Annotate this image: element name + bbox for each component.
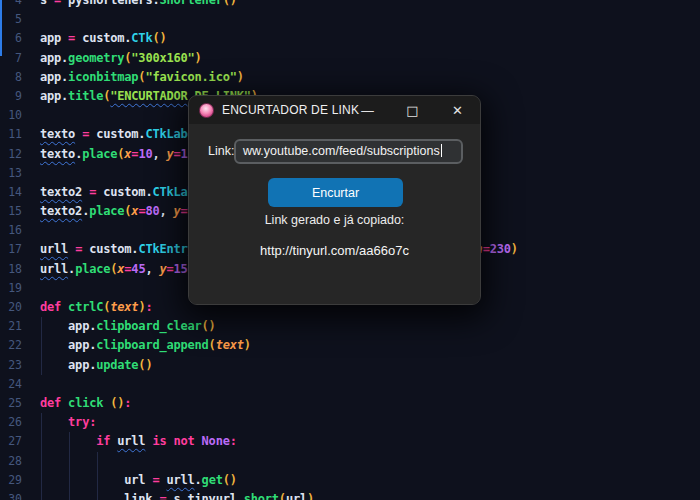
- close-icon[interactable]: ✕: [435, 96, 480, 124]
- window-titlebar[interactable]: ENCURTADOR DE LINK — □ ✕: [189, 96, 480, 124]
- indent-guide: [69, 452, 70, 471]
- indent-guide: [97, 452, 98, 471]
- line-number: 10: [0, 106, 22, 125]
- line-number: 17: [0, 240, 22, 259]
- link-row: Link: ww.youtube.com/feed/subscriptions: [189, 139, 480, 164]
- line-number: 5: [0, 10, 22, 29]
- line-number: 7: [0, 49, 22, 68]
- line-number: 11: [0, 125, 22, 144]
- code-line: 25def click ():: [0, 394, 700, 413]
- code-line: 24: [0, 375, 700, 394]
- line-number: 29: [0, 471, 22, 490]
- line-number: 20: [0, 298, 22, 317]
- line-number: 14: [0, 183, 22, 202]
- window-title: ENCURTADOR DE LINK: [222, 103, 359, 117]
- line-number: 18: [0, 260, 22, 279]
- line-number: 9: [0, 87, 22, 106]
- code-line: 30 link = s.tinyurl.short(url): [0, 490, 700, 500]
- result-caption: Link gerado e já copiado:: [189, 213, 480, 227]
- window-controls: — □ ✕: [345, 96, 480, 124]
- text-cursor: [441, 144, 443, 157]
- line-number: 16: [0, 221, 22, 240]
- line-number: 26: [0, 413, 22, 432]
- code-line: 21 app.clipboard_clear(): [0, 317, 700, 336]
- code-line: 22 app.clipboard_append(text): [0, 336, 700, 355]
- encurtar-button[interactable]: Encurtar: [268, 178, 403, 207]
- code-line: 28: [0, 452, 700, 471]
- line-number: 25: [0, 394, 22, 413]
- line-number: 24: [0, 375, 22, 394]
- code-line: 8app.iconbitmap("favicon.ico"): [0, 68, 700, 87]
- code-line: 23 app.update(): [0, 356, 700, 375]
- line-number: 6: [0, 29, 22, 48]
- line-number: 13: [0, 164, 22, 183]
- line-number: 27: [0, 432, 22, 451]
- code-line: 6app = custom.CTk(): [0, 29, 700, 48]
- window-body: Link: ww.youtube.com/feed/subscriptions …: [189, 124, 480, 305]
- line-number: 19: [0, 279, 22, 298]
- code-line: 26 try:: [0, 413, 700, 432]
- result-url: http://tinyurl.com/aa66o7c: [189, 243, 480, 258]
- link-input[interactable]: ww.youtube.com/feed/subscriptions: [234, 139, 463, 164]
- line-number: 21: [0, 317, 22, 336]
- code-line: 4s = pyshorteners.Shortener(): [0, 0, 700, 10]
- line-number: 15: [0, 202, 22, 221]
- code-line: 5: [0, 10, 700, 29]
- link-input-value: ww.youtube.com/feed/subscriptions: [243, 144, 440, 158]
- line-number: 4: [0, 0, 22, 10]
- indent-guide: [41, 452, 42, 471]
- code-line: 7app.geometry("300x160"): [0, 49, 700, 68]
- link-shortener-window: ENCURTADOR DE LINK — □ ✕ Link: ww.youtub…: [188, 95, 481, 305]
- line-number: 28: [0, 452, 22, 471]
- code-line: 29 url = urll.get(): [0, 471, 700, 490]
- line-number: 30: [0, 490, 22, 500]
- line-number: 12: [0, 145, 22, 164]
- line-number: 23: [0, 356, 22, 375]
- app-favicon-icon: [199, 103, 214, 118]
- editor-screen: 4s = pyshorteners.Shortener()56app = cus…: [0, 0, 700, 500]
- maximize-icon[interactable]: □: [390, 96, 435, 124]
- minimize-icon[interactable]: —: [345, 96, 390, 124]
- line-number: 8: [0, 68, 22, 87]
- code-line: 27 if urll is not None:: [0, 432, 700, 451]
- line-number: 22: [0, 336, 22, 355]
- link-label: Link:: [208, 144, 234, 158]
